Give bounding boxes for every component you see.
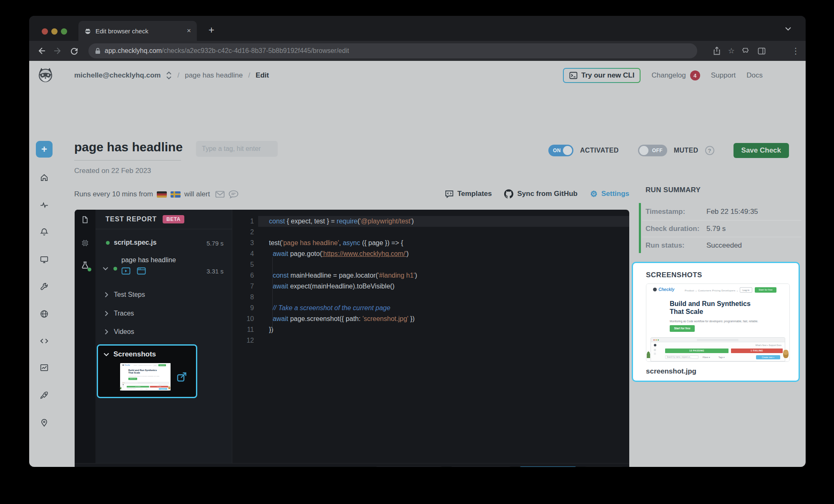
line-number: 2: [232, 227, 254, 238]
code-line[interactable]: 4 await page.goto('https://www.checklyhq…: [232, 248, 629, 259]
sidebar-home-icon[interactable]: [40, 173, 49, 182]
sidebar-api-checks-code-icon[interactable]: [40, 336, 49, 346]
section-traces[interactable]: Traces: [95, 308, 232, 318]
chevron-down-icon[interactable]: [103, 267, 108, 271]
chat-alert-icon[interactable]: [229, 190, 239, 198]
side-panel-icon[interactable]: [758, 48, 766, 55]
sidebar-locations-pin-icon[interactable]: [40, 418, 49, 427]
activated-toggle[interactable]: ON: [548, 145, 573, 156]
code-line[interactable]: 3test('page has headline', async ({ page…: [232, 238, 629, 248]
editor-panel: TEST REPORT BETA script.spec.js 5.79 s p…: [75, 210, 629, 467]
code-line[interactable]: 9 // Take a screenshot of the current pa…: [232, 303, 629, 313]
region-selector[interactable]: N. Virginia: [450, 466, 512, 467]
bookmark-star-icon[interactable]: ☆: [728, 47, 735, 55]
panel-tab-strip: [75, 210, 95, 463]
mini-nav-links: Product ⌄ Customers Pricing Developers ⌄: [685, 289, 739, 292]
run-script-button[interactable]: Run Script: [519, 466, 578, 467]
reload-icon[interactable]: [70, 47, 78, 55]
account-switcher[interactable]: michelle@checklyhq.com: [74, 71, 161, 80]
code-editor[interactable]: 1const { expect, test } = require('@play…: [232, 210, 629, 463]
file-tab-icon[interactable]: [81, 216, 89, 224]
docs-link[interactable]: Docs: [746, 71, 763, 80]
muted-toggle[interactable]: OFF: [638, 145, 667, 156]
checkly-logo[interactable]: [36, 66, 55, 85]
screenshot-filename: screenshot.jpg: [646, 367, 696, 376]
screenshot-thumbnail-small[interactable]: Checkly Product ⌄ Customers Pricing Deve…: [120, 363, 171, 391]
mini-search-field: Search by name, request ur...: [127, 388, 138, 389]
email-alert-icon[interactable]: [215, 191, 225, 198]
muted-help-icon[interactable]: ?: [705, 146, 714, 155]
mini-login-button: Log in: [740, 287, 752, 293]
browser-profile-avatar[interactable]: [773, 45, 784, 56]
tab-close-icon[interactable]: ×: [187, 27, 191, 35]
templates-button[interactable]: Templates: [445, 190, 492, 198]
stop-button[interactable]: Stop: [584, 466, 624, 467]
screenshots-panel-highlighted[interactable]: SCREENSHOTS Checkly Product ⌄ Customers …: [632, 262, 800, 382]
code-text: const mainHeadline = page.locator('#land…: [254, 270, 417, 281]
mini-subline: Monitoring as Code workflow for develope…: [128, 376, 160, 376]
mini-tags: Tags ▾: [718, 356, 724, 359]
forward-icon[interactable]: [53, 47, 63, 55]
browser-window-icon[interactable]: [137, 267, 146, 275]
code-line[interactable]: 12: [232, 335, 629, 346]
extensions-puzzle-icon[interactable]: [742, 47, 750, 55]
support-link[interactable]: Support: [711, 71, 736, 80]
code-line[interactable]: 10 await page.screenshot({ path: 'screen…: [232, 313, 629, 324]
account-switcher-chevrons-icon[interactable]: [166, 71, 172, 80]
spec-file-row[interactable]: script.spec.js 5.79 s: [95, 237, 232, 250]
section-label: Traces: [114, 310, 134, 317]
sync-github-button[interactable]: Sync from GitHub: [504, 189, 578, 198]
sidebar-quickstart-rocket-icon[interactable]: [40, 391, 49, 400]
section-videos[interactable]: Videos: [95, 327, 232, 337]
breadcrumb-check-link[interactable]: page has headline: [185, 71, 243, 80]
settings-button[interactable]: ⚙ Settings: [590, 190, 629, 198]
mini-app-links: What's New + Support Docs: [755, 344, 781, 346]
sidebar-analytics-chart-icon[interactable]: [40, 363, 49, 372]
address-bar[interactable]: app.checklyhq.com/checks/a2ec932b-c42c-4…: [88, 43, 697, 58]
sidebar-dashboards-icon[interactable]: [40, 201, 49, 210]
save-check-button[interactable]: Save Check: [734, 143, 789, 158]
tag-input[interactable]: [196, 141, 278, 157]
open-external-icon[interactable]: [176, 371, 187, 382]
sidebar-browser-checks-icon[interactable]: [40, 255, 49, 264]
screenshot-thumbnail-large[interactable]: Checkly Product ⌄ Customers Pricing Deve…: [646, 283, 790, 362]
zoom-window-button[interactable]: [61, 28, 67, 35]
code-line[interactable]: 5: [232, 259, 629, 270]
checkly-landing-thumbnail: Checkly Product ⌄ Customers Pricing Deve…: [646, 284, 789, 361]
browser-menu-kebab-icon[interactable]: ⋮: [791, 47, 800, 55]
chevron-down-icon[interactable]: [103, 353, 109, 356]
check-name-title[interactable]: page has headline: [74, 140, 183, 154]
browser-tab[interactable]: Edit browser check ×: [78, 21, 197, 41]
code-line[interactable]: 8: [232, 292, 629, 303]
close-window-button[interactable]: [42, 28, 48, 35]
user-avatar[interactable]: [774, 68, 789, 83]
debug-cpu-tab-icon[interactable]: [81, 239, 89, 247]
video-icon[interactable]: [121, 267, 131, 275]
minimize-window-button[interactable]: [51, 28, 58, 35]
code-line[interactable]: 7 await expect(mainHeadline).toBeVisible…: [232, 281, 629, 292]
create-new-button[interactable]: +: [36, 141, 53, 158]
section-test-steps[interactable]: Test Steps: [95, 290, 232, 300]
mini-headline-line1: Build and Run Synthetics: [128, 369, 157, 371]
sidebar-alerts-bell-icon[interactable]: [40, 228, 49, 237]
test-case-row[interactable]: page has headline 3.31 s: [95, 256, 232, 282]
tab-search-chevron-icon[interactable]: [785, 27, 791, 31]
code-line[interactable]: 1const { expect, test } = require('@play…: [232, 216, 629, 227]
new-tab-button[interactable]: +: [208, 25, 214, 35]
try-cli-button[interactable]: Try our new CLI: [563, 68, 641, 83]
section-label: Test Steps: [114, 291, 145, 298]
mini-url-pill: [138, 383, 153, 384]
mini-create-button: Create new +: [756, 355, 780, 359]
back-icon[interactable]: [37, 47, 46, 55]
code-line[interactable]: 2: [232, 227, 629, 238]
code-lines: 1const { expect, test } = require('@play…: [232, 216, 629, 346]
sidebar-private-locations-globe-icon[interactable]: [40, 309, 49, 318]
sidebar-maintenance-wrench-icon[interactable]: [40, 282, 49, 291]
share-icon[interactable]: [713, 47, 721, 55]
code-line[interactable]: 11}): [232, 324, 629, 335]
mini-headline: Build and Run Synthetics That Scale: [670, 300, 751, 316]
changelog-link[interactable]: Changelog: [651, 71, 686, 80]
code-line[interactable]: 6 const mainHeadline = page.locator('#la…: [232, 270, 629, 281]
section-screenshots-highlighted[interactable]: Screenshots Checkly Product ⌄ Customers …: [97, 344, 197, 398]
runtime-selector[interactable]: Runtime 2022.10: [375, 466, 442, 467]
